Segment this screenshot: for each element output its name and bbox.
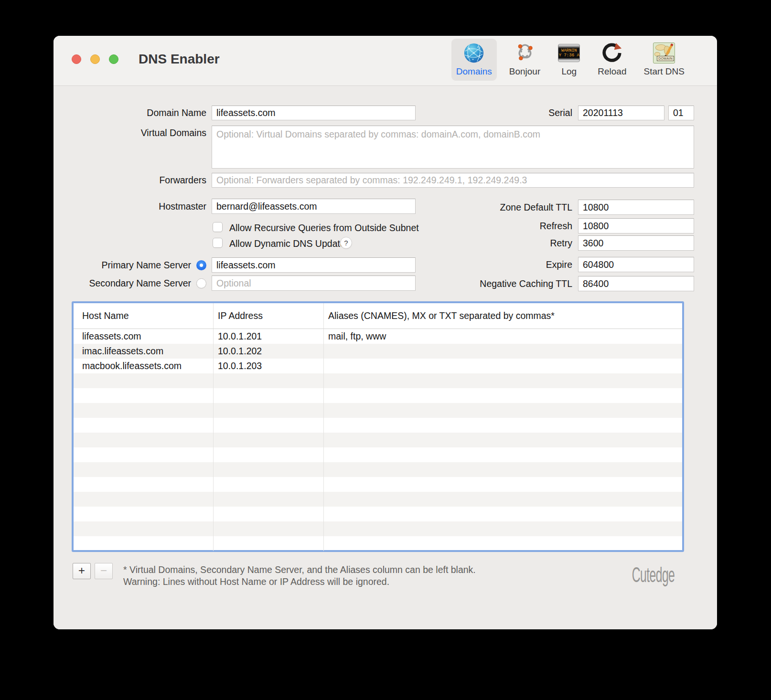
- domains-panel: Domain Name Serial Virtual Domains Forwa…: [54, 86, 717, 629]
- titlebar: DNS Enabler: [54, 36, 717, 86]
- toolbar-item-reload[interactable]: Reload: [593, 39, 631, 81]
- toolbar-label-log: Log: [561, 66, 577, 77]
- minimize-button[interactable]: [90, 54, 100, 64]
- aliases-cell[interactable]: [324, 359, 682, 373]
- table-row[interactable]: macbook.lifeassets.com 10.0.1.203: [74, 359, 682, 373]
- serial-input[interactable]: [578, 106, 664, 120]
- serial-label: Serial: [477, 106, 572, 120]
- add-row-button[interactable]: +: [73, 563, 91, 579]
- allow-dynamic-checkbox[interactable]: [213, 238, 223, 248]
- primary-ns-radio[interactable]: [196, 260, 206, 270]
- retry-label: Retry: [381, 235, 572, 251]
- toolbar-item-log[interactable]: WARNIN Y 7:36 A Log: [553, 39, 585, 81]
- virtual-domains-label: Virtual Domains: [54, 127, 206, 138]
- serial-suffix-input[interactable]: [668, 106, 694, 120]
- ip-address-cell[interactable]: 10.0.1.203: [214, 359, 324, 373]
- column-header-host-name[interactable]: Host Name: [74, 303, 214, 329]
- refresh-label: Refresh: [381, 218, 572, 233]
- retry-input[interactable]: [578, 235, 694, 251]
- toolbar-item-domains[interactable]: Domains: [451, 39, 497, 81]
- dns-enabler-window: DNS Enabler: [54, 36, 717, 629]
- table-row-empty[interactable]: [74, 418, 682, 433]
- reload-icon: [600, 42, 623, 64]
- forwarders-input[interactable]: [212, 173, 694, 188]
- expire-input[interactable]: [578, 257, 694, 272]
- table-row[interactable]: imac.lifeassets.com 10.0.1.202: [74, 344, 682, 359]
- secondary-ns-label: Secondary Name Server: [54, 276, 191, 291]
- table-row-empty[interactable]: [74, 492, 682, 507]
- hosts-table: Host Name IP Address Aliases (CNAMES), M…: [72, 301, 684, 552]
- zone-default-ttl-label: Zone Default TTL: [381, 200, 572, 215]
- globe-network-icon: [462, 42, 485, 64]
- aliases-cell[interactable]: [324, 344, 682, 359]
- ip-address-cell[interactable]: 10.0.1.201: [214, 329, 324, 344]
- domain-map-icon: DOMAIN: [653, 42, 675, 64]
- table-row[interactable]: lifeassets.com 10.0.1.201 mail, ftp, www: [74, 329, 682, 344]
- cutedge-logo: Cutedge: [632, 562, 675, 586]
- primary-ns-label: Primary Name Server: [54, 257, 191, 273]
- footnote: * Virtual Domains, Secondary Name Server…: [123, 564, 476, 588]
- negative-caching-ttl-input[interactable]: [578, 276, 694, 291]
- zoom-button[interactable]: [109, 54, 118, 64]
- hosts-table-rows: lifeassets.com 10.0.1.201 mail, ftp, www…: [74, 329, 682, 551]
- column-header-aliases[interactable]: Aliases (CNAMES), MX or TXT separated by…: [324, 303, 682, 329]
- table-row-empty[interactable]: [74, 433, 682, 447]
- table-row-empty[interactable]: [74, 507, 682, 521]
- close-button[interactable]: [72, 54, 81, 64]
- expire-label: Expire: [381, 257, 572, 272]
- forwarders-label: Forwarders: [54, 173, 206, 188]
- toolbar-item-start-dns[interactable]: DOMAIN Start DNS: [639, 39, 689, 81]
- column-header-ip-address[interactable]: IP Address: [214, 303, 324, 329]
- host-name-cell[interactable]: imac.lifeassets.com: [74, 344, 214, 359]
- traffic-lights: [72, 54, 118, 64]
- toolbar-label-reload: Reload: [598, 66, 626, 77]
- footnote-line1: * Virtual Domains, Secondary Name Server…: [123, 564, 476, 576]
- zone-default-ttl-input[interactable]: [578, 200, 694, 215]
- negative-caching-ttl-label: Negative Caching TTL: [381, 276, 572, 291]
- table-row-empty[interactable]: [74, 462, 682, 477]
- allow-dynamic-label: Allow Dynamic DNS Updates: [229, 238, 350, 249]
- aliases-cell[interactable]: mail, ftp, www: [324, 329, 682, 344]
- table-row-empty[interactable]: [74, 477, 682, 492]
- allow-recursive-checkbox[interactable]: [213, 222, 223, 232]
- footnote-line2: Warning: Lines without Host Name or IP A…: [123, 576, 476, 588]
- table-row-empty[interactable]: [74, 447, 682, 462]
- table-row-empty[interactable]: [74, 403, 682, 418]
- toolbar: Domains: [451, 39, 689, 81]
- domain-name-label: Domain Name: [54, 106, 206, 120]
- led-log-icon: WARNIN Y 7:36 A: [557, 42, 580, 64]
- toolbar-label-bonjour: Bonjour: [509, 66, 541, 77]
- table-row-empty[interactable]: [74, 536, 682, 551]
- ip-address-cell[interactable]: 10.0.1.202: [214, 344, 324, 359]
- toolbar-label-start-dns: Start DNS: [643, 66, 685, 77]
- domain-name-input[interactable]: [212, 106, 416, 120]
- window-title: DNS Enabler: [139, 52, 220, 67]
- help-button[interactable]: ?: [340, 237, 352, 249]
- virtual-domains-textarea[interactable]: [212, 126, 694, 169]
- table-row-empty[interactable]: [74, 521, 682, 536]
- bonjour-icon: [514, 42, 536, 64]
- toolbar-label-domains: Domains: [456, 66, 492, 77]
- toolbar-item-bonjour[interactable]: Bonjour: [504, 39, 546, 81]
- hostmaster-label: Hostmaster: [54, 199, 206, 214]
- secondary-ns-radio[interactable]: [196, 278, 206, 288]
- remove-row-button[interactable]: −: [95, 563, 113, 579]
- table-row-empty[interactable]: [74, 388, 682, 403]
- table-row-empty[interactable]: [74, 373, 682, 388]
- hosts-table-header: Host Name IP Address Aliases (CNAMES), M…: [74, 303, 682, 329]
- host-name-cell[interactable]: lifeassets.com: [74, 329, 214, 344]
- refresh-input[interactable]: [578, 218, 694, 233]
- host-name-cell[interactable]: macbook.lifeassets.com: [74, 359, 214, 373]
